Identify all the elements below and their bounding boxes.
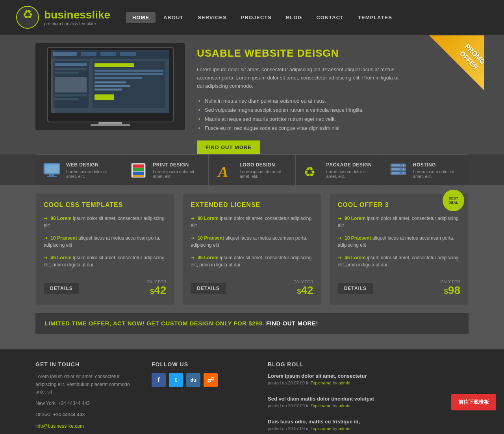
services-section: WEB DESIGN Lorem ipsum dolor sit amet, e… [0, 154, 504, 185]
rss-icon[interactable]: ☍ [204, 373, 218, 387]
arrow-icon: ➔ [191, 255, 195, 260]
details-button-3[interactable]: DETAILS [338, 283, 373, 294]
nav-about[interactable]: ABOUT [157, 12, 190, 23]
svg-rect-17 [94, 63, 134, 67]
web-design-icon [42, 161, 61, 179]
nav-projects[interactable]: PROJECTS [235, 12, 278, 23]
svg-rect-21 [94, 81, 126, 83]
price-tag-2: ONLY FOR $42 [293, 280, 313, 297]
price-tag-1: ONLY FOR $42 [146, 280, 166, 297]
svg-rect-6 [81, 52, 96, 56]
pricing-item: ➔ 10 Praesent aliquet lacus at metus acc… [191, 235, 313, 249]
twitter-icon[interactable]: t [169, 373, 183, 387]
pricing-row: COOL CSS TEMPLATES ➔ 90 Lorem ipsum dolo… [35, 193, 469, 305]
arrow-icon: ➔ [191, 216, 195, 221]
hero-cta-button[interactable]: FIND OUT MORE [197, 140, 260, 154]
footer-inner: GET IN TOUCH Lorem ipsum dolor sit amet,… [35, 361, 469, 434]
hero-content: USABLE WEBSITE DEISGN Lorem ipsum dolor … [197, 43, 406, 154]
svg-rect-13 [55, 77, 87, 92]
nav-home[interactable]: HOME [126, 12, 156, 23]
details-button-1[interactable]: DETAILS [44, 283, 79, 294]
nav-blog[interactable]: BLOG [280, 12, 309, 23]
hero-section: USABLE WEBSITE DEISGN Lorem ipsum dolor … [0, 35, 504, 154]
footer-blog: BLOG ROLL Lorem ipsum dolor sit amet, co… [268, 361, 469, 434]
pricing-footer-2: DETAILS ONLY FOR $42 [191, 275, 313, 297]
svg-rect-10 [55, 63, 87, 66]
hero-image [35, 43, 185, 130]
pricing-title-1: COOL CSS TEMPLATES [44, 201, 166, 209]
monitor-display [35, 43, 185, 130]
svg-rect-29 [45, 164, 59, 173]
arrow-icon: ➔ [44, 216, 48, 221]
pricing-item: ➔ 45 Lorem ipsum dolor sit amet, consect… [191, 254, 313, 268]
svg-rect-12 [55, 72, 79, 74]
promo-banner-link[interactable]: FIND OUT MORE! [266, 320, 318, 327]
best-deal-badge: BESTDEAL [443, 190, 464, 211]
svg-rect-36 [133, 175, 144, 177]
list-item: Fusce eu mi nec augue sodales congue vit… [197, 124, 406, 133]
blog-item: Sed vel diam mattis dolor tincidunt volu… [268, 396, 469, 413]
service-print-design[interactable]: PRINT DESIGN Lorem ipsum dolor sit amet,… [122, 155, 209, 185]
main-nav: HOME ABOUT SERVICES PROJECTS BLOG CONTAC… [126, 12, 398, 23]
svg-rect-23 [94, 89, 122, 90]
svg-rect-11 [55, 68, 87, 70]
hero-description: Lorem ipsum dolor sit amet, consectetur … [197, 66, 406, 90]
svg-rect-18 [94, 70, 163, 72]
service-web-design[interactable]: WEB DESIGN Lorem ipsum dolor sit amet, e… [35, 155, 122, 185]
service-logo-design[interactable]: A LOGO DESIGN Lorem ipsum dolor sit amet… [209, 155, 295, 185]
logo-icon: ♻ [16, 6, 39, 29]
digg-icon[interactable]: du [186, 373, 200, 387]
svg-rect-46 [392, 168, 400, 170]
svg-rect-26 [91, 124, 130, 126]
pricing-item: ➔ 45 Lorem ipsum dolor sit amet, consect… [44, 254, 166, 268]
svg-text:A: A [217, 163, 228, 178]
pricing-title-2: EXTENDED LICENSE [191, 201, 313, 209]
logo: ♻ businesslike premium html/css template [16, 6, 110, 29]
svg-rect-8 [120, 52, 136, 56]
pricing-item: ➔ 10 Praesent aliquet lacus at metus acc… [338, 235, 460, 249]
blog-item-title: Duis lacus odio, mattis eu tristique id, [268, 419, 469, 425]
svg-rect-15 [55, 98, 79, 100]
nav-services[interactable]: SERVICES [191, 12, 233, 23]
logo-tagline: premium html/css template [44, 21, 110, 26]
main-inner: COOL CSS TEMPLATES ➔ 90 Lorem ipsum dolo… [35, 193, 469, 334]
svg-rect-5 [53, 52, 77, 56]
hero-inner: USABLE WEBSITE DEISGN Lorem ipsum dolor … [35, 35, 469, 154]
print-design-text: PRINT DESIGN Lorem ipsum dolor sit amet,… [153, 162, 202, 179]
hosting-text: HOSTING Lorem ipsum dolor sit amet, elit… [413, 162, 462, 179]
arrow-icon: ➔ [191, 235, 195, 241]
promo-banner: LIMITED TIME OFFER, ACT NOW! GET CUSTOM … [35, 313, 469, 334]
svg-rect-35 [133, 172, 144, 175]
arrow-icon: ➔ [44, 255, 48, 260]
service-package-design[interactable]: ♻ PACKAGE DESIGN Lorem ipsum dolor sit a… [296, 155, 382, 185]
svg-rect-16 [93, 61, 165, 108]
hosting-icon [389, 161, 408, 179]
promo-text: PROMO OFFER [457, 42, 484, 73]
pricing-footer-1: DETAILS ONLY FOR $42 [44, 275, 166, 297]
logo-design-icon: A [215, 161, 235, 179]
pricing-item: ➔ 90 Lorem ipsum dolor sit amet, consect… [338, 215, 460, 229]
svg-point-44 [403, 172, 404, 174]
list-item: Mauris at neque sed mauris porttitor rut… [197, 115, 406, 124]
service-hosting[interactable]: HOSTING Lorem ipsum dolor sit amet, elit… [382, 155, 469, 185]
details-button-2[interactable]: DETAILS [191, 283, 226, 294]
download-button[interactable]: 前往下载模板 [451, 394, 496, 410]
blog-title: BLOG ROLL [268, 361, 469, 368]
svg-rect-27 [51, 50, 55, 113]
nav-templates[interactable]: TEMPLATES [352, 12, 398, 23]
svg-point-42 [403, 164, 404, 166]
pricing-title-3: COOL OFFER 3 [338, 201, 460, 209]
svg-rect-31 [47, 176, 57, 177]
pricing-footer-3: DETAILS ONLY FOR $98 [338, 275, 460, 297]
arrow-icon: ➔ [338, 255, 342, 260]
facebook-icon[interactable]: f [152, 373, 166, 387]
nav-contact[interactable]: CONTACT [310, 12, 350, 23]
contact-title: GET IN TOUCH [35, 361, 136, 368]
blog-item-meta: posted on 20.07.09 in Topicname by admin [268, 426, 469, 431]
main-content: COOL CSS TEMPLATES ➔ 90 Lorem ipsum dolo… [0, 185, 504, 349]
blog-item-title: Sed vel diam mattis dolor tincidunt volu… [268, 396, 469, 402]
contact-desc: Lorem ipsum dolor sit amet, consectetur … [35, 373, 136, 396]
blog-item-title: Lorem ipsum dolor sit amet, consectetur [268, 373, 469, 379]
pricing-item: ➔ 90 Lorem ipsum dolor sit amet, consect… [191, 215, 313, 229]
package-design-icon: ♻ [302, 161, 322, 179]
